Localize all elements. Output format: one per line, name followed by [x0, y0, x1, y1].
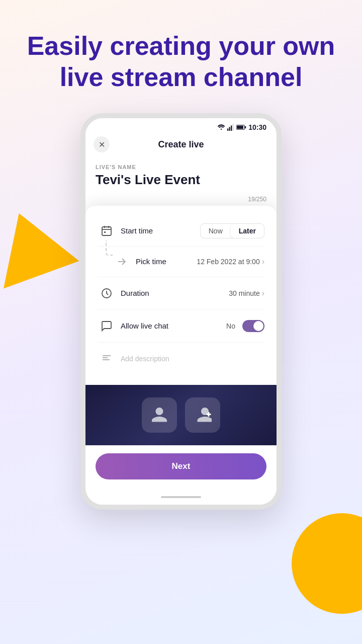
clock-icon	[98, 284, 116, 302]
pick-time-label: Pick time	[136, 257, 197, 266]
live-chat-label: Allow live chat	[121, 321, 226, 330]
start-time-now-button[interactable]: Now	[201, 224, 231, 238]
live-name-value[interactable]: Tevi's Live Event	[96, 172, 266, 194]
calendar-icon	[98, 222, 116, 240]
svg-rect-5	[237, 126, 243, 129]
live-chat-no-text: No	[226, 322, 235, 330]
live-chat-toggle[interactable]	[242, 320, 264, 332]
live-chat-row: Allow live chat No	[98, 310, 264, 343]
app-header: ✕ Create live	[85, 133, 277, 156]
close-button[interactable]: ✕	[94, 136, 110, 152]
start-time-toggle-group: Now Later	[200, 223, 264, 238]
close-icon: ✕	[99, 140, 105, 149]
phone-frame: 10:30 ✕ Create live LIVE'S NAME Tevi's L…	[80, 113, 282, 510]
svg-rect-2	[231, 125, 232, 131]
popup-card: Start time Now Later Pick time 12 Feb	[85, 206, 277, 385]
svg-rect-1	[229, 127, 230, 131]
image-preview	[85, 385, 277, 445]
start-time-later-button[interactable]: Later	[231, 224, 264, 238]
toggle-knob	[253, 321, 263, 331]
preview-icon-box-1	[142, 397, 177, 433]
wifi-icon	[217, 124, 225, 131]
hero-section: Easily creating your own live stream cha…	[0, 0, 362, 108]
svg-rect-7	[102, 227, 111, 235]
phone-mockup: 10:30 ✕ Create live LIVE'S NAME Tevi's L…	[0, 113, 362, 510]
svg-rect-0	[227, 128, 228, 131]
duration-label: Duration	[121, 289, 229, 297]
next-button[interactable]: Next	[96, 453, 266, 479]
status-time: 10:30	[248, 123, 266, 131]
field-label: LIVE'S NAME	[96, 164, 266, 170]
description-icon	[98, 350, 116, 368]
live-chat-value-group: No	[226, 320, 264, 332]
battery-icon	[236, 124, 246, 130]
preview-icon-box-2	[185, 397, 220, 433]
preview-icons	[142, 397, 220, 433]
chat-icon	[98, 317, 116, 335]
pick-time-text: 12 Feb 2022 at 9:00	[197, 258, 259, 266]
pick-time-row[interactable]: Pick time 12 Feb 2022 at 9:00 ›	[98, 247, 264, 277]
app-title: Create live	[158, 139, 204, 150]
hero-title: Easily creating your own live stream cha…	[20, 30, 342, 93]
phone-bottom-bar	[85, 490, 277, 505]
duration-text: 30 minute	[229, 289, 259, 297]
form-area: LIVE'S NAME Tevi's Live Event 19/250	[85, 156, 277, 207]
duration-row[interactable]: Duration 30 minute ›	[98, 277, 264, 310]
char-count: 19/250	[96, 194, 266, 207]
duration-chevron: ›	[262, 289, 264, 298]
duration-value: 30 minute ›	[229, 289, 264, 298]
pick-time-chevron: ›	[262, 257, 264, 266]
svg-rect-3	[233, 124, 234, 131]
start-time-label: Start time	[121, 226, 200, 235]
signal-icon	[227, 124, 234, 131]
svg-rect-6	[245, 126, 246, 128]
person-add-icon	[194, 406, 212, 424]
decorative-circle	[292, 513, 362, 614]
description-row[interactable]: Add description	[98, 343, 264, 375]
pick-time-value: 12 Feb 2022 at 9:00 ›	[197, 257, 264, 266]
svg-rect-11	[104, 231, 106, 233]
person-icon	[150, 406, 168, 424]
status-bar: 10:30	[85, 118, 277, 133]
pick-time-connector	[106, 240, 113, 256]
description-placeholder: Add description	[121, 355, 264, 363]
start-time-row: Start time Now Later	[98, 216, 264, 247]
status-icons: 10:30	[217, 123, 266, 131]
arrow-icon	[113, 253, 131, 271]
home-indicator	[161, 496, 201, 498]
